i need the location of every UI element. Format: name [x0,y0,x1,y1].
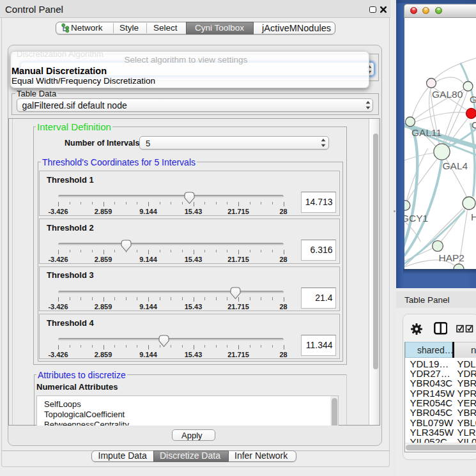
svg-text:GAL4: GAL4 [442,160,468,171]
svg-text:HIS: HIS [471,211,476,222]
svg-text:GAL3: GAL3 [470,93,476,104]
svg-text:GAL80: GAL80 [432,89,463,100]
svg-text:GAL11: GAL11 [411,127,441,138]
svg-text:CDC: CDC [472,119,476,130]
svg-text:GCY1: GCY1 [404,212,428,223]
svg-text:HAP2: HAP2 [438,252,464,263]
